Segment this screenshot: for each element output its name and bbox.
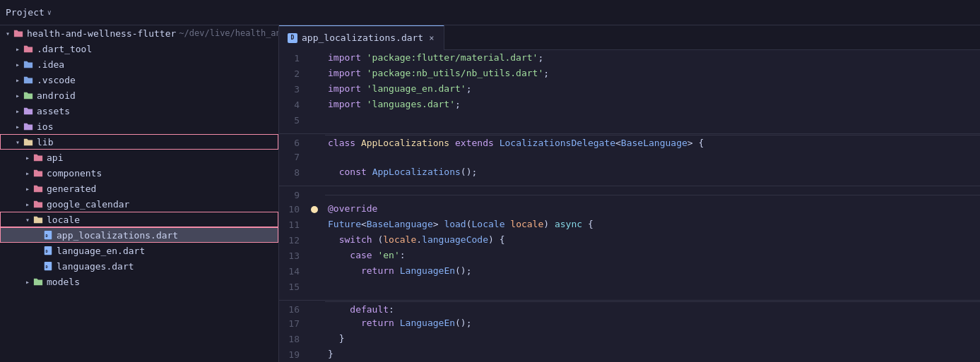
chevron-icon — [33, 246, 42, 255]
override-decorator: @override — [328, 203, 377, 214]
folder-icon — [33, 152, 44, 163]
dart-file-icon: D — [288, 33, 297, 43]
sidebar-item-models[interactable]: ▸ models — [0, 274, 278, 289]
line-number: 4 — [279, 99, 311, 110]
token-plain: > { — [687, 138, 704, 148]
token-plain — [394, 318, 400, 328]
token-kw: extends — [455, 138, 494, 148]
token-plain: ) { — [488, 234, 504, 245]
line-content[interactable]: class AppLocalizations extends Localizat… — [325, 135, 980, 151]
sidebar: ▾ health-and-wellness-flutter~/dev/live/… — [0, 25, 279, 362]
line-number: 14 — [279, 266, 311, 277]
token-str: 'language_en.dart' — [367, 83, 466, 94]
code-line: 16 default: — [279, 300, 980, 315]
line-content[interactable]: import 'languages.dart'; — [325, 97, 980, 112]
code-line: 3import 'language_en.dart'; — [279, 81, 980, 97]
sidebar-item-android[interactable]: ▸ android — [0, 88, 278, 103]
line-content[interactable]: import 'package:flutter/material.dart'; — [325, 50, 980, 66]
token-fn: LanguageEn — [400, 265, 455, 276]
token-plain — [328, 250, 350, 260]
sidebar-item-generated[interactable]: ▸ generated — [0, 181, 278, 196]
chevron-icon: ▸ — [13, 90, 23, 100]
sidebar-item-assets[interactable]: ▸ assets — [0, 103, 278, 119]
token-kw: class — [328, 138, 355, 148]
line-content[interactable]: } — [325, 346, 980, 362]
token-plain: (); — [455, 318, 471, 328]
line-content[interactable]: return LanguageEn(); — [325, 315, 980, 331]
line-content[interactable]: case 'en': — [325, 248, 980, 263]
line-content[interactable]: Future<BaseLanguage> load(Locale locale)… — [325, 217, 980, 232]
code-line: 4import 'languages.dart'; — [279, 97, 980, 112]
token-str: 'package:flutter/material.dart' — [367, 52, 538, 63]
sidebar-item-app_localizations[interactable]: D app_localizations.dart — [0, 227, 278, 243]
sidebar-item-label-app_localizations: app_localizations.dart — [57, 230, 178, 241]
token-plain — [361, 52, 367, 63]
token-plain: (); — [461, 167, 477, 177]
folder-icon — [33, 214, 44, 225]
chevron-icon: ▸ — [23, 199, 33, 209]
line-number: 19 — [279, 349, 311, 360]
token-plain: ; — [538, 52, 543, 63]
debug-dot-icon — [311, 206, 318, 213]
line-number: 2 — [279, 68, 311, 79]
chevron-icon: ▸ — [13, 106, 23, 116]
sidebar-item-dart_tool[interactable]: ▸ .dart_tool — [0, 41, 278, 56]
sidebar-item-google_calendar[interactable]: ▸ google_calendar — [0, 196, 278, 212]
sidebar-item-label-components: components — [47, 168, 102, 179]
sidebar-item-languages[interactable]: D languages.dart — [0, 258, 278, 274]
token-param: locale — [383, 234, 416, 245]
token-plain: : — [389, 304, 394, 315]
token-kw: case — [350, 250, 372, 260]
line-content[interactable]: @override — [325, 201, 980, 217]
line-content[interactable]: import 'language_en.dart'; — [325, 81, 980, 97]
token-str: 'en' — [377, 250, 399, 260]
line-content[interactable]: } — [325, 331, 980, 346]
token-plain: < — [615, 138, 621, 148]
token-plain — [328, 234, 339, 245]
code-line: 15 — [279, 279, 980, 294]
folder-icon — [23, 43, 34, 54]
line-content[interactable] — [325, 195, 980, 195]
code-editor[interactable]: 1import 'package:flutter/material.dart';… — [279, 50, 980, 362]
line-content[interactable]: switch (locale.languageCode) { — [325, 232, 980, 248]
token-plain — [494, 138, 500, 148]
sidebar-item-root[interactable]: ▾ health-and-wellness-flutter~/dev/live/… — [0, 25, 278, 41]
token-plain — [394, 265, 400, 276]
folder-icon — [33, 167, 44, 179]
token-plain — [549, 219, 555, 229]
sidebar-item-api[interactable]: ▸ api — [0, 150, 278, 165]
line-number: 1 — [279, 53, 311, 64]
chevron-icon: ▸ — [13, 75, 23, 85]
sidebar-item-lib[interactable]: ▾ lib — [0, 134, 278, 150]
folder-icon — [23, 74, 34, 85]
tab-app-localizations[interactable]: D app_localizations.dart × — [279, 25, 444, 49]
sidebar-item-language_en[interactable]: D language_en.dart — [0, 243, 278, 258]
sidebar-item-locale[interactable]: ▾ locale — [0, 212, 278, 227]
code-line: 9 — [279, 186, 980, 201]
sidebar-item-label-language_en: language_en.dart — [57, 246, 145, 256]
folder-icon — [33, 198, 44, 210]
line-number: 3 — [279, 84, 311, 95]
tab-close-button[interactable]: × — [427, 33, 435, 43]
line-content[interactable]: const AppLocalizations(); — [325, 164, 980, 180]
code-line: 7 — [279, 149, 980, 164]
token-type: Locale — [472, 219, 505, 229]
project-dropdown[interactable]: Project ∨ — [6, 7, 52, 18]
svg-text:D: D — [46, 234, 48, 238]
sidebar-item-ios[interactable]: ▸ ios — [0, 119, 278, 134]
token-type: LocalizationsDelegate — [500, 138, 615, 148]
folder-icon — [33, 183, 44, 194]
sidebar-item-idea[interactable]: ▸ .idea — [0, 56, 278, 72]
token-plain — [328, 265, 361, 276]
line-number: 7 — [279, 152, 311, 162]
line-content[interactable]: return LanguageEn(); — [325, 263, 980, 279]
line-content[interactable]: import 'package:nb_utils/nb_utils.dart'; — [325, 66, 980, 81]
token-type: Future — [328, 219, 361, 229]
sidebar-item-vscode[interactable]: ▸ .vscode — [0, 72, 278, 88]
token-kw: import — [328, 99, 361, 109]
code-line: 5 — [279, 112, 980, 128]
sidebar-item-components[interactable]: ▸ components — [0, 165, 278, 181]
token-kw2: async — [555, 219, 582, 229]
token-plain — [449, 138, 455, 148]
chevron-icon: ▸ — [13, 59, 23, 69]
